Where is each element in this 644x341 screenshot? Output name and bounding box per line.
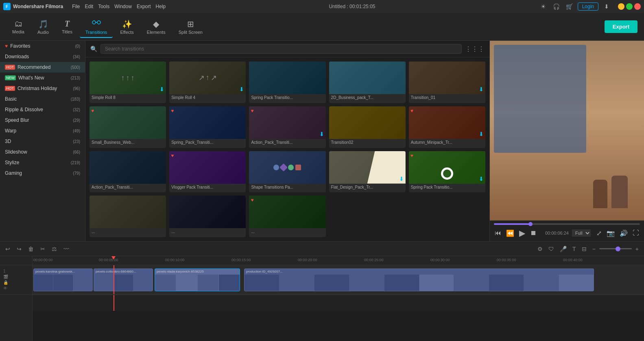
transition-card-spring-pack-3[interactable]: ♥ ⬇ Spring Pack Transitio... <box>409 151 485 193</box>
track-eye-icon[interactable]: 👁 <box>3 286 8 290</box>
sidebar-item-christmas[interactable]: HOT Christmas Holiday (96) <box>0 83 85 94</box>
sidebar-item-slideshow[interactable]: Slideshow (66) <box>0 147 85 157</box>
stop-button[interactable]: ⏹ <box>529 229 537 238</box>
transition-card-2d-business[interactable]: 2D_Business_pack_T... <box>329 62 406 103</box>
close-button[interactable] <box>634 3 641 10</box>
transition-card-flat-design[interactable]: ⬇ Flat_Design_Pack_Tr... <box>329 151 406 193</box>
transition-card-shape[interactable]: Shape Transitions Pa... <box>249 151 325 193</box>
transition-card-row4-2[interactable]: ... <box>169 196 246 237</box>
sidebar-count-slideshow: (66) <box>73 150 80 154</box>
sidebar-item-speed-blur[interactable]: Speed Blur (29) <box>0 115 85 125</box>
timeline-zoom-slider[interactable] <box>599 248 632 249</box>
sidebar-item-3d[interactable]: 3D (23) <box>0 136 85 147</box>
clip-4[interactable]: production ID_4929207... <box>244 268 594 291</box>
download-icon[interactable]: ⬇ <box>602 2 611 11</box>
clip-2[interactable]: pexels-cottonbro-6864860... <box>94 268 153 291</box>
play-button[interactable]: ▶ <box>518 227 526 239</box>
transition-card-transition-01[interactable]: ⬇ Transition_01 <box>409 62 485 103</box>
settings-button[interactable]: ⚙ <box>535 244 545 253</box>
zoom-in-button[interactable]: + <box>633 244 641 253</box>
zoom-out-button[interactable]: − <box>590 244 598 253</box>
captions-button[interactable]: ⊟ <box>580 244 589 253</box>
menu-tools[interactable]: Tools <box>98 4 109 9</box>
mic-button[interactable]: 🎤 <box>558 244 569 253</box>
transition-card-spring-pack-2[interactable]: ♥ Spring_Pack_Transiti... <box>169 106 246 148</box>
sidebar-item-downloads[interactable]: Downloads (34) <box>0 51 85 62</box>
shield-button[interactable]: 🛡 <box>546 244 556 253</box>
headphone-icon[interactable]: 🎧 <box>552 2 561 11</box>
transition-card-row4-1[interactable]: ... <box>90 196 166 237</box>
tool-effects[interactable]: ✨ Effects <box>114 17 139 37</box>
cut-button[interactable]: ✂ <box>38 244 47 253</box>
transition-thumb-small-biz: ♥ <box>90 106 166 139</box>
menu-edit[interactable]: Edit <box>85 4 93 9</box>
step-back-button[interactable]: ⏮ <box>494 229 502 238</box>
quality-select[interactable]: Full 1/2 1/4 <box>572 229 591 237</box>
sidebar-item-basic[interactable]: Basic (183) <box>0 94 85 104</box>
transition-card-autumn[interactable]: ♥ ⬇ Autumn_Minipack_Tr... <box>409 106 485 148</box>
minimize-button[interactable] <box>618 3 624 10</box>
undo-button[interactable]: ↩ <box>3 244 12 253</box>
sidebar-item-whats-new[interactable]: NEW What's New (213) <box>0 73 85 83</box>
redo-button[interactable]: ↪ <box>15 244 24 253</box>
ruler-mark-6: 00:00:30:00 <box>430 258 450 262</box>
transition-name-row4-1: ... <box>90 228 166 235</box>
text-overlay-button[interactable]: T <box>570 244 578 253</box>
transition-card-spring-pack-1[interactable]: Spring Pack Transitio... <box>249 62 325 103</box>
transition-card-row4-3[interactable]: ♥ ... <box>249 196 325 237</box>
progress-bar-container[interactable] <box>494 223 640 225</box>
menu-file[interactable]: File <box>72 4 80 9</box>
grid-view-icon[interactable]: ⋮⋮⋮ <box>465 45 485 53</box>
sidebar-item-recommended[interactable]: HOT Recommended (500) <box>0 62 85 73</box>
delete-button[interactable]: 🗑 <box>26 244 36 253</box>
progress-bar <box>494 223 530 225</box>
sidebar-item-ripple[interactable]: Ripple & Dissolve (32) <box>0 104 85 115</box>
audio-button[interactable]: 🔊 <box>619 229 629 238</box>
sidebar-item-favorites[interactable]: ♥ Favorites (0) <box>0 41 85 51</box>
ruler-mark-4: 00:00:20:00 <box>298 258 317 262</box>
transition-arrows-diag: ↗↑↗ <box>199 73 217 82</box>
transition-card-vlogger[interactable]: ♥ Vlogger Pack Transiti... <box>169 151 246 193</box>
heart-icon-spring-pack-3: ♥ <box>410 153 413 158</box>
login-button[interactable]: Login <box>578 2 598 11</box>
tool-media[interactable]: 🗂 Media <box>7 17 30 37</box>
adjust-button[interactable]: ⚖ <box>50 244 59 253</box>
clip-3[interactable]: pexels-vlada-karpovich-8538225 <box>155 268 240 291</box>
transition-card-transition02[interactable]: Transition02 <box>329 106 406 148</box>
track-icons: 1 🎬 🔒 👁 <box>3 269 8 290</box>
cart-icon[interactable]: 🛒 <box>565 2 574 11</box>
menu-window[interactable]: Window <box>114 4 132 9</box>
transition-card-simple-roll-8[interactable]: ↑↑↑ ⬇ Simple Roll 8 <box>90 62 166 103</box>
sidebar-item-warp[interactable]: Warp (49) <box>0 125 85 136</box>
transition-card-action-pack-2[interactable]: Action_Pack_Transiti... <box>90 151 166 193</box>
heart-icon-small-biz: ♥ <box>91 108 94 114</box>
clip-1[interactable]: pexels-karolina-grabowsk... <box>33 268 93 291</box>
play-prev-button[interactable]: ⏪ <box>505 229 515 238</box>
tool-transitions[interactable]: Transitions <box>80 15 113 38</box>
track-lock-icon[interactable]: 🔒 <box>3 280 8 285</box>
transition-card-action-pack-1[interactable]: ♥ ⬇ Action_Pack_Transiti... <box>249 106 325 148</box>
split-screen-icon: ⊞ <box>187 19 194 29</box>
menu-export[interactable]: Export <box>137 4 151 9</box>
transition-card-simple-roll-4[interactable]: ↗↑↗ ⬇ Simple Roll 4 <box>169 62 246 103</box>
tool-split-screen[interactable]: ⊞ Split Screen <box>173 17 208 37</box>
snapshot-button[interactable]: 📷 <box>606 229 616 238</box>
menu-help[interactable]: Help <box>156 4 166 9</box>
export-button[interactable]: Export <box>605 20 637 33</box>
tool-audio[interactable]: 🎵 Audio <box>32 17 55 37</box>
tool-elements[interactable]: ◆ Elements <box>141 17 171 37</box>
fit-view-button[interactable]: ⤢ <box>596 229 603 238</box>
fullscreen-button[interactable]: ⛶ <box>632 229 640 238</box>
brightness-icon[interactable]: ☀ <box>539 2 548 11</box>
tool-titles[interactable]: T Titles <box>56 17 78 37</box>
transition-card-small-biz[interactable]: ♥ Small_Business_Web... <box>90 106 166 148</box>
titles-icon: T <box>65 19 70 29</box>
timeline: ↩ ↪ 🗑 ✂ ⚖ 〰 ⚙ 🛡 🎤 T ⊟ − + 1 🎬 <box>0 241 644 341</box>
audio-track <box>33 295 644 311</box>
maximize-button[interactable] <box>626 3 633 10</box>
timeline-scroll-area[interactable]: 00:00:00:00 00:00:05:00 00:00:10:00 00:0… <box>33 256 644 341</box>
sidebar-item-stylize[interactable]: Stylize (219) <box>0 157 85 168</box>
search-input[interactable] <box>100 44 462 54</box>
sidebar-item-gaming[interactable]: Gaming (79) <box>0 168 85 178</box>
audio-wave-button[interactable]: 〰 <box>61 244 71 253</box>
